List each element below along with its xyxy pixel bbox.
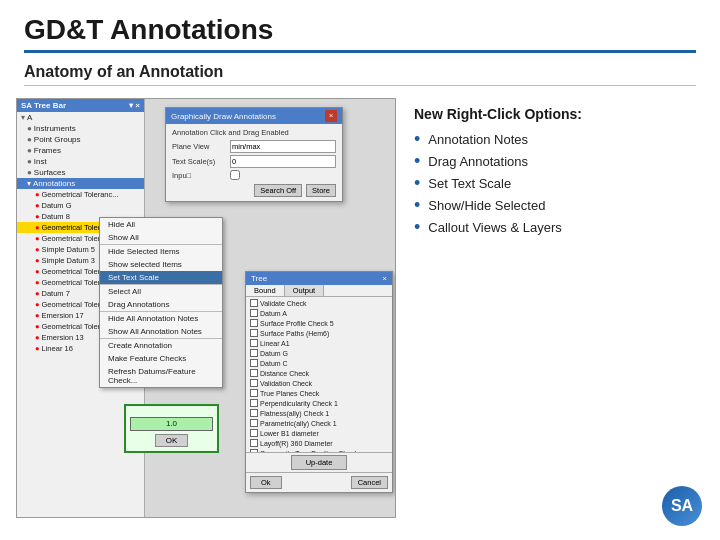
bullet-item-1: • Annotation Notes	[414, 132, 700, 148]
text-scale-value-input[interactable]	[130, 417, 213, 431]
bullet-dot: •	[414, 218, 420, 236]
list-item: True Planes Check	[248, 388, 390, 398]
page-header: GD&T Annotations	[0, 0, 720, 59]
context-menu-item-hide-notes[interactable]: Hide All Annotation Notes	[100, 312, 222, 325]
context-menu-item-make-feature[interactable]: Make Feature Checks	[100, 352, 222, 365]
tree-item: ●Instruments	[17, 123, 144, 134]
plane-view-input[interactable]	[230, 140, 336, 153]
tree-dialog-list: Validate Check Datum A Surface Profile C…	[246, 297, 392, 452]
bullet-item-5: • Callout Views & Layers	[414, 220, 700, 236]
list-item: Linear A1	[248, 338, 390, 348]
bullet-dot: •	[414, 174, 420, 192]
section-subtitle: Anatomy of an Annotation	[24, 63, 696, 86]
list-item: Distance Check	[248, 368, 390, 378]
tree-item: ▾A	[17, 112, 144, 123]
input-checkbox[interactable]	[230, 170, 240, 180]
text-scale-input[interactable]	[230, 155, 336, 168]
list-item: Surface Paths (Hem6)	[248, 328, 390, 338]
context-menu-item-hide-all[interactable]: Hide All	[100, 218, 222, 231]
context-menu-item-drag[interactable]: Drag Annotations	[100, 298, 222, 311]
list-item: Datum A	[248, 308, 390, 318]
tree-item-annotations: ▾Annotations	[17, 178, 144, 189]
annotation-dialog-titlebar: Graphically Draw Annotations ×	[166, 108, 342, 124]
context-menu-item-show-notes[interactable]: Show All Annotation Notes	[100, 325, 222, 338]
sa-logo: SA	[662, 486, 702, 526]
context-menu-item-show-all[interactable]: Show All	[100, 231, 222, 244]
annotation-dialog: Graphically Draw Annotations × Annotatio…	[165, 107, 343, 202]
context-menu[interactable]: Hide All Show All Hide Selected Items Sh…	[99, 217, 223, 388]
tab-output[interactable]: Output	[285, 285, 325, 296]
sa-logo-text: SA	[671, 497, 693, 515]
list-item: Validation Check	[248, 378, 390, 388]
cancel-button[interactable]: Cancel	[351, 476, 388, 489]
list-item: Surface Profile Check 5	[248, 318, 390, 328]
screenshot-container: SA Tree Bar ▾ × ▾A ●Instruments ●Point G…	[16, 98, 396, 518]
tab-bound[interactable]: Bound	[246, 285, 285, 296]
tree-item: ●Surfaces	[17, 167, 144, 178]
bullet-list: • Annotation Notes • Drag Annotations • …	[414, 132, 700, 236]
right-info-panel: New Right-Click Options: • Annotation No…	[410, 98, 704, 518]
tree-panel-header: SA Tree Bar ▾ ×	[17, 99, 144, 112]
list-item: Datum C	[248, 358, 390, 368]
list-item: Validate Check	[248, 298, 390, 308]
text-scale-ok-button[interactable]: OK	[155, 434, 189, 447]
store-button[interactable]: Store	[306, 184, 336, 197]
bullet-item-2: • Drag Annotations	[414, 154, 700, 170]
bullet-dot: •	[414, 130, 420, 148]
tree-item: ●Point Groups	[17, 134, 144, 145]
list-item: Perpendicularity Check 1	[248, 398, 390, 408]
text-scale-popup: OK	[124, 404, 219, 453]
list-item: Datum G	[248, 348, 390, 358]
page-title: GD&T Annotations	[24, 14, 696, 46]
context-menu-item-set-text-scale[interactable]: Set Text Scale	[100, 271, 222, 284]
context-menu-item-show-selected[interactable]: Show selected Items	[100, 258, 222, 271]
list-item: Parametric(ally) Check 1	[248, 418, 390, 428]
tree-item: ●Inst	[17, 156, 144, 167]
bullet-item-3: • Set Text Scale	[414, 176, 700, 192]
annotation-dialog-close[interactable]: ×	[325, 110, 337, 122]
list-item: Lower B1 diameter	[248, 428, 390, 438]
list-item: Flatness(ally) Check 1	[248, 408, 390, 418]
context-menu-item-refresh[interactable]: Refresh Datums/Feature Check...	[100, 365, 222, 387]
tree-item: ●Datum G	[17, 200, 144, 211]
tree-dialog: Tree × Bound Output Validate Check Datum…	[245, 271, 393, 493]
update-button[interactable]: Up-date	[291, 455, 348, 470]
right-panel-title: New Right-Click Options:	[414, 106, 700, 122]
bullet-item-4: • Show/Hide Selected	[414, 198, 700, 214]
context-menu-item-create[interactable]: Create Annotation	[100, 339, 222, 352]
context-menu-item-select-all[interactable]: Select All	[100, 285, 222, 298]
tree-item: ●Geometrical Toleranc...	[17, 189, 144, 200]
tree-dialog-titlebar: Tree ×	[246, 272, 392, 285]
search-off-button[interactable]: Search Off	[254, 184, 302, 197]
context-menu-item-hide-selected[interactable]: Hide Selected Items	[100, 245, 222, 258]
tree-item: ●Frames	[17, 145, 144, 156]
bullet-dot: •	[414, 152, 420, 170]
ok-button[interactable]: Ok	[250, 476, 282, 489]
list-item: Layoff(R) 360 Diameter	[248, 438, 390, 448]
bullet-dot: •	[414, 196, 420, 214]
